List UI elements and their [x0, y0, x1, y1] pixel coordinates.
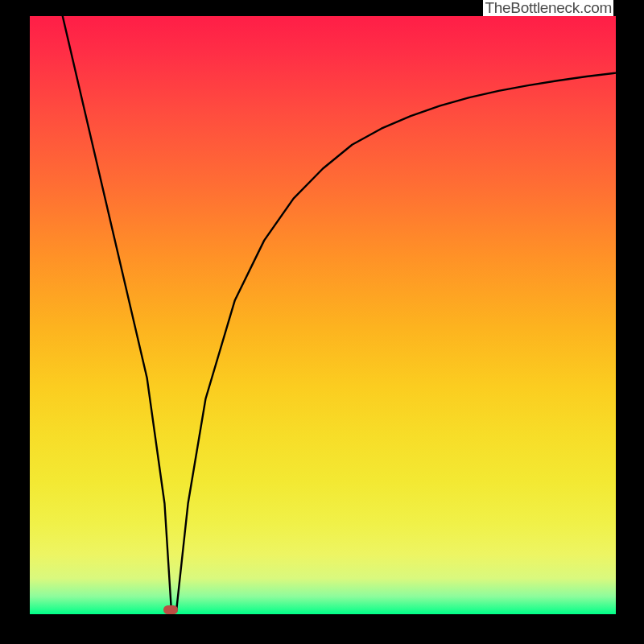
- attribution-label: TheBottleneck.com: [483, 0, 613, 16]
- frame-bottom: [0, 614, 644, 644]
- frame-right: [616, 0, 644, 644]
- chart-curve: [30, 16, 616, 614]
- frame-left: [0, 0, 30, 644]
- curve-path: [63, 16, 616, 614]
- optimal-point-marker: [163, 605, 178, 614]
- chart-canvas: TheBottleneck.com: [0, 0, 644, 644]
